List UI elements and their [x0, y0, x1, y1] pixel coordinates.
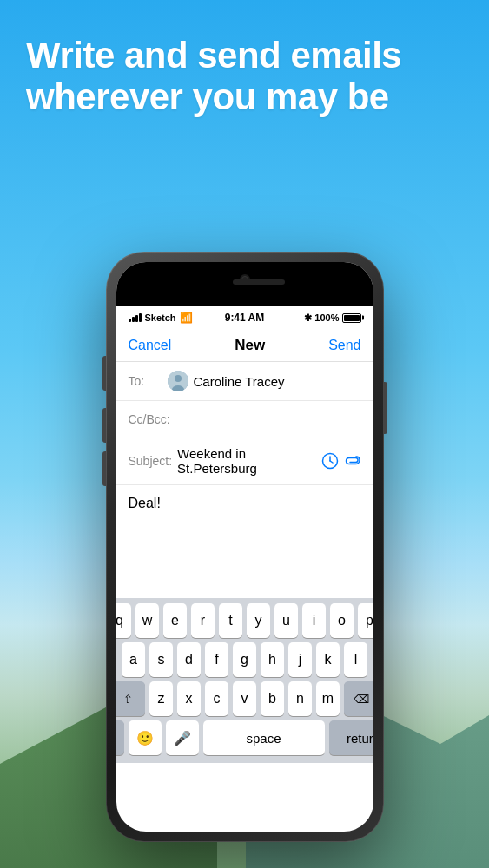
- to-contact-name: Caroline Tracey: [194, 374, 285, 389]
- key-s[interactable]: s: [149, 642, 173, 677]
- key-n[interactable]: n: [288, 681, 312, 716]
- key-x[interactable]: x: [177, 681, 201, 716]
- key-t[interactable]: t: [219, 603, 242, 638]
- key-u[interactable]: u: [274, 603, 298, 638]
- headline: Write and send emails wherever you may b…: [26, 35, 463, 119]
- key-a[interactable]: a: [122, 642, 145, 677]
- key-d[interactable]: d: [177, 642, 201, 677]
- keyboard-row-2: a s d f g h j k l: [120, 642, 370, 677]
- shift-key[interactable]: ⇧: [116, 681, 146, 716]
- status-time: 9:41 AM: [116, 312, 373, 324]
- return-key[interactable]: return: [329, 720, 373, 755]
- phone-speaker: [233, 279, 285, 285]
- key-i[interactable]: i: [302, 603, 326, 638]
- to-field-row: To: Caroline Tracey: [116, 362, 373, 401]
- key-p[interactable]: p: [358, 603, 373, 638]
- keyboard-row-3: ⇧ z x c v b n m ⌫: [120, 681, 370, 716]
- key-h[interactable]: h: [261, 642, 284, 677]
- battery-fill: [344, 315, 360, 321]
- keyboard-row-1: q w e r t y u i o p: [120, 603, 370, 638]
- key-m[interactable]: m: [316, 681, 340, 716]
- key-j[interactable]: j: [288, 642, 312, 677]
- key-e[interactable]: e: [163, 603, 187, 638]
- avatar-image: [168, 371, 188, 391]
- cc-bcc-field-row[interactable]: Cc/Bcc:: [116, 401, 373, 437]
- subject-label: Subject:: [129, 454, 173, 468]
- subject-field-row[interactable]: Subject: Weekend in St.Petersburg: [116, 437, 373, 485]
- key-g[interactable]: g: [233, 642, 256, 677]
- phone-top-bar: [116, 262, 373, 306]
- mic-key[interactable]: 🎤: [166, 720, 199, 755]
- phone-device: Sketch 📶 9:41 AM ✱ 100% Cancel New Send …: [106, 252, 384, 842]
- key-w[interactable]: w: [135, 603, 159, 638]
- to-value[interactable]: Caroline Tracey: [168, 371, 285, 391]
- key-o[interactable]: o: [330, 603, 354, 638]
- key-r[interactable]: r: [191, 603, 215, 638]
- keyboard-row-4: 123 🙂 🎤 space return: [120, 720, 370, 755]
- cancel-button[interactable]: Cancel: [129, 338, 172, 353]
- schedule-icon[interactable]: [321, 452, 339, 470]
- space-key[interactable]: space: [203, 720, 325, 755]
- svg-point-1: [175, 375, 182, 382]
- attach-icon[interactable]: [344, 452, 361, 470]
- svg-line-5: [330, 461, 333, 463]
- status-bar: Sketch 📶 9:41 AM ✱ 100%: [116, 306, 373, 330]
- delete-key[interactable]: ⌫: [344, 681, 373, 716]
- to-label: To:: [129, 374, 168, 388]
- key-k[interactable]: k: [316, 642, 340, 677]
- key-y[interactable]: y: [247, 603, 270, 638]
- cc-bcc-label: Cc/Bcc:: [129, 412, 170, 426]
- emoji-key[interactable]: 🙂: [129, 720, 162, 755]
- phone-screen: Sketch 📶 9:41 AM ✱ 100% Cancel New Send …: [116, 262, 373, 832]
- numbers-key[interactable]: 123: [116, 720, 124, 755]
- nav-bar: Cancel New Send: [116, 330, 373, 362]
- key-z[interactable]: z: [149, 681, 173, 716]
- send-button[interactable]: Send: [328, 338, 360, 353]
- contact-avatar: [168, 371, 188, 391]
- subject-icons: [321, 452, 361, 470]
- compose-title: New: [235, 337, 265, 354]
- key-f[interactable]: f: [205, 642, 228, 677]
- key-v[interactable]: v: [233, 681, 256, 716]
- body-text: Deal!: [129, 496, 161, 510]
- key-c[interactable]: c: [205, 681, 228, 716]
- subject-value[interactable]: Weekend in St.Petersburg: [177, 446, 315, 476]
- key-q[interactable]: q: [116, 603, 132, 638]
- key-l[interactable]: l: [344, 642, 367, 677]
- battery-icon: [342, 313, 361, 323]
- key-b[interactable]: b: [261, 681, 284, 716]
- email-body[interactable]: Deal!: [116, 485, 373, 598]
- keyboard: q w e r t y u i o p a s d f g h j k: [116, 598, 373, 763]
